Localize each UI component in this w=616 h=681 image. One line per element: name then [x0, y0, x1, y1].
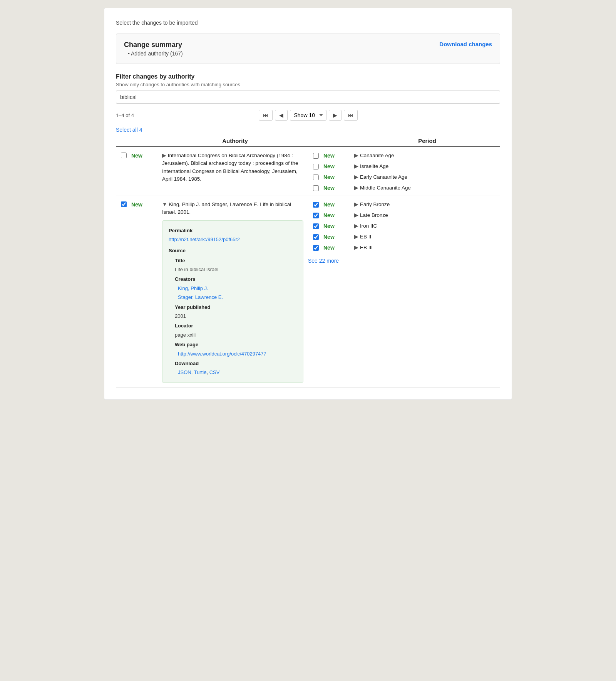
see-more-container: See 22 more: [308, 255, 500, 264]
period3-checkbox[interactable]: [313, 174, 319, 180]
row2-authority: ▼ King, Philip J. and Stager, Lawrence E…: [162, 201, 308, 383]
last-page-button[interactable]: ⏭: [344, 110, 358, 121]
row2-authority-text: King, Philip J. and Stager, Lawrence E. …: [162, 201, 291, 215]
r2-period3-checkbox-cell: [308, 223, 323, 229]
r2-period2-checkbox[interactable]: [313, 213, 319, 218]
period-header: Period: [354, 138, 500, 144]
filter-input[interactable]: [116, 91, 500, 104]
r2-period3-name: ▶Iron IIC: [354, 223, 500, 229]
r2-period4-checkbox-cell: [308, 233, 323, 240]
creator-link-1[interactable]: Stager, Lawrence E.: [169, 293, 297, 302]
pagination-count: 1–4 of 4: [116, 112, 134, 118]
row1-authority: ▶ International Congress on Biblical Arc…: [162, 152, 308, 183]
download-json-link[interactable]: JSON: [178, 369, 191, 375]
year-published-label: Year published: [169, 304, 210, 310]
first-page-button[interactable]: ⏮: [259, 110, 273, 121]
next-page-button[interactable]: ▶: [329, 110, 341, 121]
permalink-url[interactable]: http://n2t.net/ark:/99152/p0f65r2: [169, 237, 240, 242]
r2-period3-badge: New: [323, 222, 354, 229]
see-more-link[interactable]: See 22 more: [308, 258, 500, 264]
period1-badge: New: [323, 152, 354, 159]
web-page-url[interactable]: http://www.worldcat.org/oclc/470297477: [169, 351, 266, 357]
period-row: New ▶Canaanite Age: [308, 152, 500, 159]
period-row: New ▶Late Bronze: [308, 211, 500, 218]
period3-name: ▶Early Canaanite Age: [354, 174, 500, 180]
r2-period3-checkbox[interactable]: [313, 223, 319, 229]
period4-badge: New: [323, 184, 354, 191]
show-select[interactable]: Show 10 Show 25 Show 50: [290, 110, 326, 121]
change-summary-item-0: Added authority (167): [124, 50, 183, 57]
table-header: Authority Period: [116, 135, 500, 147]
period1-name: ▶Canaanite Age: [354, 152, 500, 158]
r2-period5-checkbox-cell: [308, 244, 323, 251]
row2-checkbox[interactable]: [121, 201, 127, 207]
locator-label: Locator: [169, 323, 193, 329]
period1-checkbox[interactable]: [313, 153, 319, 159]
change-summary-title: Change summary: [124, 41, 183, 49]
filter-title: Filter changes by authority: [116, 73, 500, 80]
select-all-link[interactable]: Select all 4: [116, 127, 142, 133]
r2-period4-arrow-icon: ▶: [354, 234, 358, 240]
r2-period5-arrow-icon: ▶: [354, 245, 358, 250]
title-label: Title: [169, 258, 185, 263]
period-row: New ▶Israelite Age: [308, 163, 500, 169]
r2-period5-checkbox[interactable]: [313, 245, 319, 251]
table-section: Select all 4 Authority Period New ▶ Inte…: [116, 127, 500, 388]
period4-checkbox[interactable]: [313, 185, 319, 191]
creator-link-0[interactable]: King, Philip J.: [169, 284, 297, 293]
r2-period1-checkbox[interactable]: [313, 202, 319, 208]
r2-period1-name: ▶Early Bronze: [354, 201, 500, 207]
row2-expand-icon: ▼: [162, 201, 169, 207]
r2-period2-arrow-icon: ▶: [354, 212, 358, 218]
authority-header: Authority: [162, 138, 308, 144]
row1-checkbox-cell: [116, 152, 131, 158]
download-label: Download: [169, 361, 199, 366]
r2-period1-arrow-icon: ▶: [354, 201, 358, 207]
period1-arrow-icon: ▶: [354, 153, 358, 158]
row1-periods: New ▶Canaanite Age New ▶Israelite Age: [308, 152, 500, 191]
row1-expand-icon: ▶: [162, 153, 168, 158]
permalink-box: Permalink http://n2t.net/ark:/99152/p0f6…: [162, 220, 303, 383]
period-row: New ▶Early Canaanite Age: [308, 173, 500, 180]
period2-arrow-icon: ▶: [354, 163, 358, 169]
r2-period5-name: ▶EB III: [354, 244, 500, 250]
r2-period2-badge: New: [323, 211, 354, 218]
download-turtle-link[interactable]: Turtle: [194, 369, 207, 375]
prev-page-button[interactable]: ◀: [275, 110, 288, 121]
r2-period1-badge: New: [323, 201, 354, 208]
row1-checkbox[interactable]: [121, 153, 127, 158]
table-row: New ▼ King, Philip J. and Stager, Lawren…: [116, 196, 500, 388]
period3-badge: New: [323, 173, 354, 180]
page-header: Select the changes to be imported: [116, 20, 500, 26]
creators-label: Creators: [169, 276, 195, 282]
row1-badge: New: [131, 152, 162, 159]
period2-checkbox[interactable]: [313, 164, 319, 169]
period3-checkbox-cell: [308, 174, 323, 180]
row1-authority-text: International Congress on Biblical Archa…: [162, 153, 298, 182]
period1-checkbox-cell: [308, 152, 323, 159]
period3-arrow-icon: ▶: [354, 174, 358, 180]
period2-badge: New: [323, 163, 354, 169]
r2-period5-badge: New: [323, 244, 354, 251]
change-summary-content: Change summary Added authority (167): [124, 41, 183, 57]
period-row: New ▶Middle Canaanite Age: [308, 184, 500, 191]
period-row: New ▶EB II: [308, 233, 500, 240]
r2-period4-name: ▶EB II: [354, 233, 500, 240]
r2-period2-name: ▶Late Bronze: [354, 212, 500, 218]
locator-value: page xxiii: [169, 332, 196, 338]
download-csv-link[interactable]: CSV: [209, 369, 220, 375]
period2-checkbox-cell: [308, 163, 323, 169]
filter-subtitle: Show only changes to authorities with ma…: [116, 82, 500, 87]
period4-name: ▶Middle Canaanite Age: [354, 185, 500, 191]
r2-period1-checkbox-cell: [308, 201, 323, 208]
download-changes-link[interactable]: Download changes: [439, 41, 492, 47]
r2-period4-badge: New: [323, 233, 354, 240]
title-value: Life in biblical Israel: [169, 267, 218, 272]
r2-period3-arrow-icon: ▶: [354, 223, 358, 229]
r2-period4-checkbox[interactable]: [313, 234, 319, 240]
filter-section: Filter changes by authority Show only ch…: [116, 73, 500, 104]
period4-arrow-icon: ▶: [354, 185, 358, 191]
change-summary-section: Change summary Added authority (167) Dow…: [116, 34, 500, 64]
pagination-bar: 1–4 of 4 ⏮ ◀ Show 10 Show 25 Show 50 ▶ ⏭: [116, 110, 500, 121]
period-row: New ▶Early Bronze: [308, 201, 500, 208]
